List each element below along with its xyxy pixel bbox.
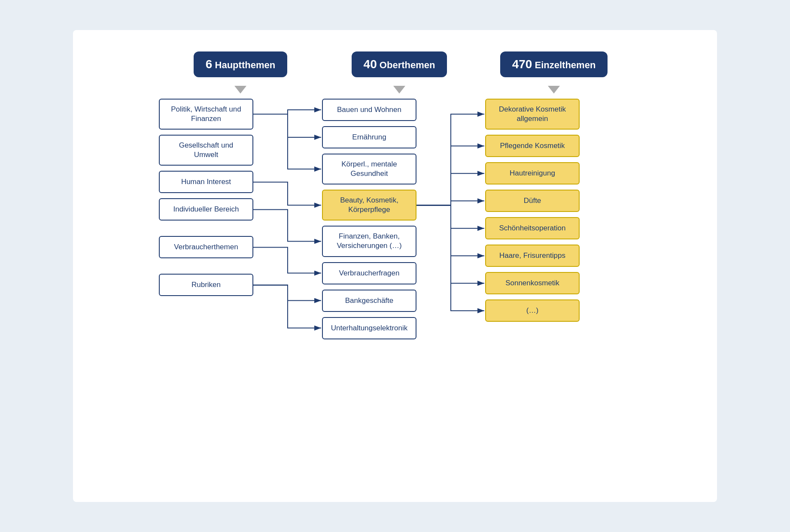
node-c2n4: Beauty, Kosmetik, Körperpflege [322,190,416,221]
node-c2n8: Unterhaltungselektronik [322,317,416,339]
col2: Bauen und Wohnen Ernährung Körperl., men… [322,99,416,339]
node-c3n7: Sonnenkosmetik [485,272,580,294]
node-c3n6: Haare, Frisurentipps [485,245,580,267]
node-c2n3: Körperl., mentale Gesundheit [322,154,416,184]
node-c3n4: Düfte [485,190,580,212]
node-c2n6: Verbraucherfragen [322,262,416,284]
node-c3n2: Pflegende Kosmetik [485,135,580,157]
hauptthemen-label: Hauptthemen [215,60,276,70]
einzelthemen-label: Einzelthemen [535,60,596,70]
hauptthemen-arrow [234,86,246,94]
col1: Politik, Wirtschaft und Finanzen Gesells… [159,99,253,296]
header-oberthemen: 40 Oberthemen [331,51,468,99]
node-c3n1: Dekorative Kosmetik allgemein [485,99,580,130]
node-c1n2: Gesellschaft und Umwelt [159,135,253,166]
hauptthemen-count: 6 [206,57,213,71]
node-c3n8: (…) [485,299,580,322]
oberthemen-arrow [393,86,405,94]
einzelthemen-count: 470 [512,57,532,71]
node-c2n7: Bankgeschäfte [322,290,416,312]
node-c1n3: Human Interest [159,171,253,193]
columns-container: Politik, Wirtschaft und Finanzen Gesells… [159,99,631,339]
oberthemen-header: 40 Oberthemen [352,51,447,77]
node-c1n4: Individueller Bereich [159,198,253,221]
oberthemen-label: Oberthemen [380,60,435,70]
col3: Dekorative Kosmetik allgemein Pflegende … [485,99,580,322]
diagram: 6 Hauptthemen 40 Oberthemen 470 Einzelth… [73,30,717,502]
node-c1n6: Rubriken [159,274,253,296]
node-c2n5: Finanzen, Banken, Versicherungen (…) [322,226,416,257]
oberthemen-count: 40 [364,57,377,71]
einzelthemen-arrow [548,86,560,94]
node-c2n1: Bauen und Wohnen [322,99,416,121]
node-c3n3: Hautreinigung [485,162,580,184]
diagram-body: Politik, Wirtschaft und Finanzen Gesells… [159,99,631,339]
header-einzelthemen: 470 Einzelthemen [494,51,614,99]
header-row: 6 Hauptthemen 40 Oberthemen 470 Einzelth… [99,51,691,99]
hauptthemen-header: 6 Hauptthemen [194,51,287,77]
header-hauptthemen: 6 Hauptthemen [176,51,305,99]
node-c1n5: Verbraucherthemen [159,236,253,258]
einzelthemen-header: 470 Einzelthemen [500,51,608,77]
node-c1n1: Politik, Wirtschaft und Finanzen [159,99,253,130]
node-c2n2: Ernährung [322,126,416,148]
node-c3n5: Schönheitsoperation [485,217,580,239]
